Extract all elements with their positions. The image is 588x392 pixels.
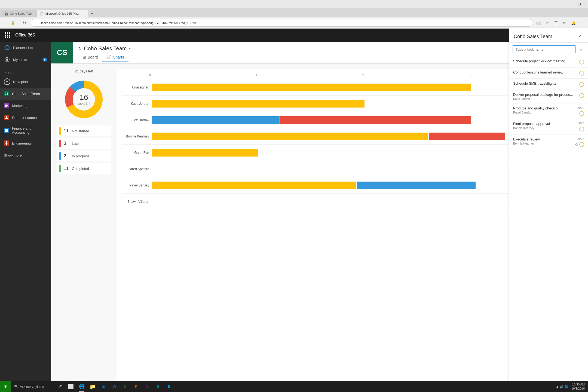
sidebar-label-product-launch: Product Launch — [12, 116, 37, 120]
legend-completed: 11 Completed — [57, 163, 111, 174]
tab2-icon: 📋 — [40, 12, 44, 16]
legend-count-late: 3 — [64, 141, 69, 146]
task-circle-2[interactable] — [579, 71, 584, 76]
project-dropdown-icon[interactable]: ▾ — [129, 47, 131, 50]
bar-seg-garth-1 — [152, 149, 258, 157]
task-circle-3[interactable] — [579, 82, 584, 87]
task-content-5: Produce and quality check p... Pavel Ban… — [513, 106, 576, 114]
svg-point-2 — [6, 59, 8, 61]
taskbar-app-task-view[interactable]: ⬜ — [65, 381, 76, 392]
taskbar: ⊞ 🔍 Ask me anything 🎤 ⬜ 🌐 📁 ✉ W X P N S … — [0, 381, 588, 392]
task-item-5[interactable]: Produce and quality check p... Pavel Ban… — [509, 103, 588, 119]
sidebar-item-coho-sales[interactable]: CS Coho Sales Team — [0, 88, 51, 100]
taskbar-app-powerpoint[interactable]: P — [131, 381, 142, 392]
donut-center: 16 tasks left — [77, 93, 90, 106]
plans-label: Plans — [0, 68, 51, 76]
bar-seg-alex-1 — [152, 116, 280, 124]
close-btn[interactable]: ✕ — [583, 2, 586, 6]
reader-btn[interactable]: 📖 — [535, 19, 542, 27]
axis-2: 2 — [362, 74, 364, 77]
tasks-count: 16 — [77, 93, 90, 102]
address-bar[interactable]: 🔒 tasks.office.com/Office2016Demo.onmicr… — [30, 19, 533, 27]
tab-board[interactable]: ⊞ Board — [78, 53, 102, 62]
taskbar-right: ▲ 🔊 🌐 10:30 AM10/1/2016 — [555, 382, 588, 391]
taskbar-app-excel[interactable]: X — [120, 381, 131, 392]
start-btn[interactable]: ⊞ — [0, 381, 11, 392]
days-left: 21 days left — [57, 69, 111, 73]
task-subtitle-5: Pavel Bansky — [513, 111, 576, 114]
task-item-7[interactable]: Executive review Bonnie Kearney 9/23 📎 — [509, 134, 588, 150]
bar-label-unassigned: Unassigned — [122, 85, 149, 89]
task-item-1[interactable]: Schedule project kick-off meeting — [509, 56, 588, 68]
bar-seg-bonnie-2 — [429, 133, 505, 140]
task-circle-5[interactable] — [579, 111, 584, 116]
search-placeholder: Ask me anything — [20, 385, 44, 388]
task-circle-4[interactable] — [579, 93, 584, 98]
sidebar-label-coho-sales: Coho Sales Team — [12, 92, 40, 96]
task-circle-1[interactable] — [579, 60, 584, 65]
top-bar: Office 365 🔔 1 ⚙ ? JD — [0, 29, 588, 42]
svg-rect-9 — [6, 144, 7, 145]
task-content-4: Deliver proposal package for produc... K… — [513, 93, 577, 100]
waffle-menu[interactable] — [3, 31, 12, 39]
task-item-3[interactable]: Schedule SME travel/flights — [509, 79, 588, 90]
refresh-btn[interactable]: ↻ — [21, 19, 28, 27]
add-plan-icon: + — [4, 78, 10, 85]
svg-marker-3 — [5, 116, 8, 119]
sidebar-item-engineering[interactable]: Engineering — [0, 137, 51, 149]
taskbar-app-onenote[interactable]: N — [142, 381, 152, 392]
show-more-label: Show more — [4, 153, 22, 157]
share-btn[interactable]: 🔔 — [569, 19, 577, 27]
task-search-input[interactable] — [513, 45, 575, 53]
sidebar-item-planner-hub[interactable]: Planner Hub — [0, 42, 51, 54]
task-circle-6[interactable] — [579, 127, 584, 131]
svg-rect-10 — [5, 143, 6, 143]
tab2-close[interactable]: ✕ — [81, 12, 85, 16]
sidebar-item-product-launch[interactable]: Product Launch — [0, 112, 51, 124]
new-plan-btn[interactable]: + New plan — [0, 76, 51, 88]
svg-rect-11 — [7, 143, 8, 143]
sidebar-item-finance[interactable]: Finance and Accounting — [0, 124, 51, 137]
minimize-btn[interactable]: ─ — [573, 2, 576, 6]
task-title-3: Schedule SME travel/flights — [513, 81, 577, 85]
taskbar-app-mail[interactable]: ✉ — [98, 381, 109, 392]
browser-tab-2[interactable]: 📋 Microsoft Office 365 Pla... ✕ — [37, 10, 88, 17]
taskbar-app-skype[interactable]: S — [163, 381, 174, 392]
board-icon: ⊞ — [83, 55, 86, 59]
task-title-5: Produce and quality check p... — [513, 106, 576, 110]
donut-chart: 16 tasks left — [62, 78, 106, 121]
show-more-btn[interactable]: Show more — [0, 149, 51, 161]
favorites-btn[interactable]: ☆ — [543, 19, 551, 27]
task-item-2[interactable]: Conduct lessons learned review — [509, 68, 588, 79]
bar-label-katie: Katie Jordan — [122, 102, 149, 106]
taskbar-app-word[interactable]: W — [109, 381, 120, 392]
sidebar-item-marketing[interactable]: Marketing — [0, 100, 51, 112]
hub-btn[interactable]: ☰ — [552, 19, 560, 27]
content-area: CS ↻ Coho Sales Team ▾ ⊞ Board � — [51, 42, 588, 392]
engineering-icon — [4, 140, 9, 146]
planner-hub-icon — [4, 44, 10, 51]
taskbar-app-edge[interactable]: 🌐 — [76, 381, 87, 392]
axis-1: 1 — [256, 74, 257, 77]
task-item-4[interactable]: Deliver proposal package for produc... K… — [509, 90, 588, 103]
task-circle-7[interactable] — [579, 142, 584, 147]
sidebar-item-my-tasks[interactable]: My tasks 5 — [0, 54, 51, 66]
browser-tab-1[interactable]: 🗃️ Coho Sales Team — [1, 10, 37, 17]
maximize-btn[interactable]: ❑ — [578, 2, 581, 6]
more-btn[interactable]: ⋯ — [578, 19, 586, 27]
browser-toolbar: ← → ↻ 🔒 tasks.office.com/Office2016Demo.… — [0, 17, 588, 28]
bar-label-pavel: Pavel Bansky — [122, 183, 149, 187]
task-item-6[interactable]: Final proposal approval Bonnie Kearney 9… — [509, 119, 588, 134]
tab-charts[interactable]: 📈 Charts — [102, 53, 128, 62]
back-btn[interactable]: ← — [2, 19, 10, 27]
legend-label-completed: Completed — [72, 167, 89, 171]
svg-point-7 — [6, 142, 7, 144]
legend-in-progress: 2 In progress — [57, 151, 111, 161]
legend-count-completed: 11 — [64, 166, 69, 171]
taskbar-app-sharepoint[interactable]: S — [152, 381, 163, 392]
taskbar-app-explorer[interactable]: 📁 — [87, 381, 98, 392]
new-tab-btn[interactable]: + — [88, 10, 96, 17]
note-btn[interactable]: ✏ — [561, 19, 568, 27]
taskbar-search[interactable]: 🔍 Ask me anything 🎤 — [11, 381, 65, 392]
task-filter-btn[interactable]: ≡ — [577, 46, 585, 53]
